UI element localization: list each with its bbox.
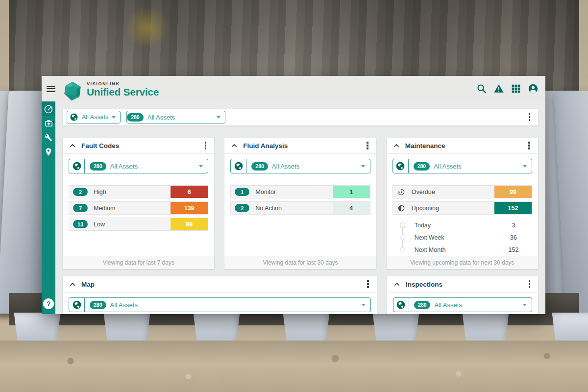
count-badge: 2 <box>235 204 249 212</box>
fault-row-high[interactable]: 2 High 6 <box>69 185 208 198</box>
asset-count-badge: 280 <box>414 301 431 309</box>
filter-bar-menu-button[interactable] <box>526 111 534 123</box>
timeline-value: 152 <box>495 246 532 253</box>
collapse-chevron-icon[interactable] <box>231 142 238 149</box>
asset-count-badge: 280 <box>414 162 430 171</box>
fault-codes-card: Fault Codes 280 All Assets <box>63 138 214 269</box>
asset-type-label: All Assets <box>82 114 108 121</box>
collapse-chevron-icon[interactable] <box>393 142 400 149</box>
card-menu-button[interactable] <box>364 140 371 151</box>
timeline-dot-icon <box>400 247 405 252</box>
fluid-row-no-action[interactable]: 2 No Action 4 <box>230 201 370 215</box>
row-value: 139 <box>171 202 208 214</box>
card-title: Inspections <box>406 281 442 288</box>
asset-filter-label: All Assets <box>272 163 299 170</box>
card-header: Fault Codes <box>63 138 214 154</box>
caret-down-icon <box>112 116 116 119</box>
app-window: VisionLink Unified Service <box>42 76 545 314</box>
sidebar-item-service[interactable] <box>42 130 55 145</box>
app-header: VisionLink Unified Service <box>42 76 545 101</box>
timeline-row-next-week[interactable]: Next Week 36 <box>400 231 532 244</box>
asset-filter-label: All Assets <box>110 163 138 170</box>
count-badge: 13 <box>73 220 88 228</box>
visionlink-logo <box>62 81 83 101</box>
row-value: 99 <box>171 218 208 230</box>
asset-filter-dropdown[interactable]: 280 All Assets <box>126 111 225 123</box>
card-menu-button[interactable] <box>364 278 372 290</box>
asset-count-badge: 280 <box>90 301 106 309</box>
alerts-warning-icon[interactable] <box>493 83 504 94</box>
sidebar-item-health[interactable] <box>42 116 55 130</box>
brand-name: VisionLink <box>87 82 159 86</box>
overdue-history-icon <box>397 188 406 196</box>
globe-icon <box>70 113 78 122</box>
row-value: 4 <box>333 202 370 214</box>
asset-filter-label: All Assets <box>147 114 175 121</box>
card-asset-dropdown[interactable]: 280 All Assets <box>393 297 532 312</box>
row-label: Low <box>94 221 105 228</box>
map-pin-icon <box>44 147 53 156</box>
search-icon[interactable] <box>476 83 487 94</box>
card-asset-dropdown[interactable]: 280 All Assets <box>69 159 208 173</box>
card-asset-dropdown[interactable]: 280 All Assets <box>230 159 370 173</box>
inspections-card: Inspections 280 All Assets <box>387 276 538 314</box>
card-asset-dropdown[interactable]: 280 All Assets <box>392 159 532 173</box>
timeline-dot-icon <box>400 222 405 228</box>
card-header: Fluid Analysis <box>224 138 376 154</box>
filter-bar: All Assets 280 All Assets <box>63 109 538 125</box>
count-badge: 7 <box>73 204 88 212</box>
caret-down-icon <box>523 165 527 168</box>
collapse-chevron-icon[interactable] <box>69 281 76 288</box>
count-badge: 2 <box>73 188 88 196</box>
count-badge: 1 <box>235 188 249 196</box>
sidebar-item-location[interactable] <box>42 145 55 159</box>
row-label: Monitor <box>255 189 276 196</box>
asset-count-badge: 280 <box>251 162 268 171</box>
fault-row-medium[interactable]: 7 Medium 139 <box>69 201 208 215</box>
timeline-value: 36 <box>495 234 532 241</box>
row-label: No Action <box>255 205 282 212</box>
account-person-icon[interactable] <box>528 83 539 94</box>
question-mark-icon: ? <box>47 300 51 308</box>
globe-box <box>393 298 409 312</box>
sidebar-item-dashboard[interactable] <box>42 102 55 116</box>
caret-down-icon <box>362 304 366 306</box>
row-value: 6 <box>171 186 208 198</box>
row-label: Medium <box>94 205 115 212</box>
fluid-analysis-card: Fluid Analysis 280 All Assets <box>224 138 376 269</box>
globe-icon <box>396 300 406 310</box>
timeline-row-next-month[interactable]: Next Month 152 <box>400 244 532 256</box>
globe-box <box>231 159 246 173</box>
card-asset-dropdown[interactable]: 280 All Assets <box>69 297 371 312</box>
card-header: Inspections <box>387 276 538 293</box>
card-menu-button[interactable] <box>526 278 534 290</box>
maintenance-row-upcoming[interactable]: Upcoming 152 <box>392 201 532 215</box>
sidebar: ? <box>42 101 55 314</box>
globe-box <box>69 159 85 173</box>
card-header: Map <box>63 276 377 293</box>
asset-type-button[interactable]: All Assets <box>67 111 121 123</box>
help-button[interactable]: ? <box>43 298 54 309</box>
timeline-label: Next Month <box>415 246 446 253</box>
collapse-chevron-icon[interactable] <box>393 281 400 288</box>
timeline-row-today[interactable]: Today 3 <box>400 219 532 231</box>
app-switcher-grid-icon[interactable] <box>511 83 521 94</box>
card-footer-status: Viewing data for last 30 days <box>224 256 376 269</box>
fluid-row-monitor[interactable]: 1 Monitor 1 <box>230 185 370 198</box>
chevron-down-icon <box>52 122 55 123</box>
card-menu-button[interactable] <box>202 140 210 151</box>
globe-icon <box>72 161 82 171</box>
hamburger-menu-icon[interactable] <box>47 86 55 92</box>
asset-count-badge: 280 <box>127 113 144 122</box>
row-label: Overdue <box>412 189 435 196</box>
collapse-chevron-icon[interactable] <box>69 142 76 149</box>
fault-row-low[interactable]: 13 Low 99 <box>69 218 208 231</box>
map-card: Map 280 All Assets <box>63 276 377 314</box>
globe-icon <box>395 161 405 171</box>
card-menu-button[interactable] <box>525 140 533 151</box>
card-footer-status: Viewing upcoming data for next 30 days <box>387 256 538 269</box>
maintenance-row-overdue[interactable]: Overdue 99 <box>392 185 532 198</box>
page-title: Unified Service <box>87 87 159 97</box>
caret-down-icon <box>523 304 527 306</box>
timeline-label: Next Week <box>415 234 444 241</box>
